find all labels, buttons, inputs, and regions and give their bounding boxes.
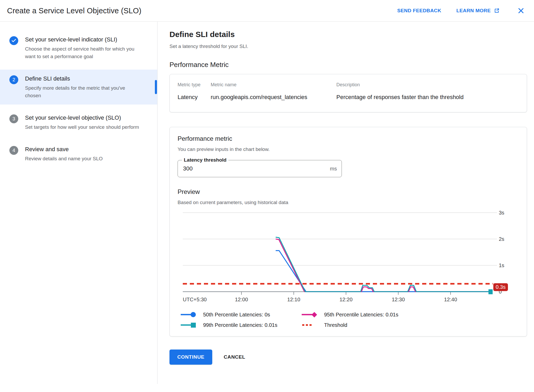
create-slo-dialog: Create a Service Level Objective (SLO) S… [0,0,534,392]
metric-summary-card: Metric type Metric name Description Late… [169,74,527,112]
circle-legend-marker-icon [180,311,198,318]
metric-type-value: Latency [178,94,211,101]
svg-text:3s: 3s [499,210,504,216]
metric-type-column-header: Metric type [178,82,211,88]
page-title: Create a Service Level Objective (SLO) [7,7,141,15]
metric-name-value: run.googleapis.com/request_latencies [211,94,336,101]
learn-more-label: LEARN MORE [456,8,491,14]
chart-legend: 50th Percentile Latencies: 0s95th Percen… [180,311,519,328]
cancel-button[interactable]: CANCEL [218,354,251,360]
preview-subtitle: Based on current parameters, using histo… [178,200,519,205]
step-4-title: Review and save [25,145,103,153]
performance-metric-card: Performance metric You can preview input… [169,127,527,336]
dialog-header: Create a Service Level Objective (SLO) S… [0,0,534,22]
legend-item-label: 99th Percentile Latencies: 0.01s [203,322,277,328]
description-column-header: Description [336,82,519,88]
external-link-icon [494,8,500,14]
step-1-description: Choose the aspect of service health for … [25,45,140,60]
main-panel: Define SLI details Set a latency thresho… [157,22,534,384]
section-heading: Define SLI details [169,30,527,39]
svg-text:1s: 1s [499,262,504,268]
latency-preview-chart: 3s2s1s012:0012:1012:2012:3012:40UTC+5:30… [180,210,519,308]
step-1-title: Set your service-level indicator (SLI) [25,36,140,44]
performance-metric-section-title: Performance Metric [169,61,527,69]
send-feedback-label: SEND FEEDBACK [397,8,441,14]
learn-more-link[interactable]: LEARN MORE [456,8,500,14]
step-4-description: Review details and name your SLO [25,155,103,162]
legend-item: 99th Percentile Latencies: 0.01s [180,322,301,328]
svg-text:0.3s: 0.3s [496,284,506,290]
legend-item-label: Threshold [324,322,347,328]
svg-text:UTC+5:30: UTC+5:30 [183,297,207,302]
svg-text:2s: 2s [499,236,504,242]
performance-metric-card-title: Performance metric [178,135,519,142]
send-feedback-button[interactable]: SEND FEEDBACK [397,8,441,14]
legend-item: 95th Percentile Latencies: 0.01s [301,311,519,318]
step-3-description: Set targets for how well your service sh… [25,123,139,131]
description-value: Percentage of responses faster than the … [336,94,519,101]
legend-item-label: 95th Percentile Latencies: 0.01s [324,312,398,318]
section-subheading: Set a latency threshold for your SLI. [169,44,527,49]
performance-metric-card-hint: You can preview inputs in the chart belo… [178,146,519,152]
header-actions: SEND FEEDBACK LEARN MORE [397,7,525,14]
diamond-legend-marker-icon [301,311,319,318]
close-button[interactable] [517,7,525,14]
chart-canvas: 3s2s1s012:0012:1012:2012:3012:40UTC+5:30… [180,210,517,307]
step-set-slo[interactable]: 3 Set your service-level objective (SLO)… [0,109,157,136]
svg-text:12:30: 12:30 [392,297,405,302]
svg-text:12:20: 12:20 [339,297,353,302]
close-icon [517,7,525,14]
step-2-description: Specify more details for the metric that… [25,84,140,99]
latency-threshold-label: Latency threshold [182,157,228,163]
latency-threshold-input[interactable] [178,165,330,172]
metric-name-column-header: Metric name [211,82,336,88]
square-legend-marker-icon [180,322,198,328]
metric-table: Metric type Metric name Description Late… [178,82,519,101]
step-4-number-badge: 4 [9,146,18,155]
preview-title: Preview [178,188,519,195]
dialog-actions: CONTINUE CANCEL [169,350,527,365]
legend-item: 50th Percentile Latencies: 0s [180,311,301,318]
dashes-legend-marker-icon [301,322,319,328]
step-set-sli[interactable]: Set your service-level indicator (SLI) C… [0,30,157,65]
continue-button[interactable]: CONTINUE [169,350,212,365]
svg-text:12:40: 12:40 [444,297,457,302]
step-1-check-icon [9,36,18,45]
latency-threshold-unit: ms [330,166,342,172]
step-2-number-badge: 2 [9,75,18,84]
stepper-sidebar: Set your service-level indicator (SLI) C… [0,22,157,384]
step-review-save[interactable]: 4 Review and save Review details and nam… [0,140,157,168]
latency-threshold-field: Latency threshold ms [178,160,342,177]
step-3-number-badge: 3 [9,114,18,123]
step-define-sli-details[interactable]: 2 Define SLI details Specify more detail… [0,70,157,105]
step-3-title: Set your service-level objective (SLO) [25,114,139,122]
legend-item: Threshold [301,322,519,328]
legend-item-label: 50th Percentile Latencies: 0s [203,312,270,318]
svg-text:12:10: 12:10 [287,297,300,302]
step-2-title: Define SLI details [25,75,140,83]
svg-text:12:00: 12:00 [235,297,248,302]
